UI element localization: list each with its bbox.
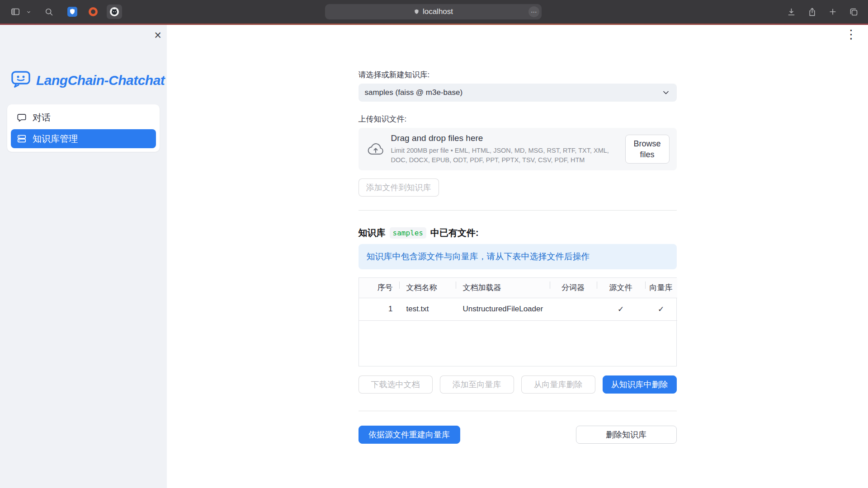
- downloads-button[interactable]: [784, 5, 798, 19]
- address-bar-url: localhost: [423, 7, 453, 16]
- sidebar-panel-icon: [10, 7, 20, 17]
- kb-select-dropdown[interactable]: samples (faiss @ m3e-base): [359, 84, 677, 102]
- sidebar-menu: 对话 知识库管理: [7, 104, 160, 152]
- blue-shield-extension-icon: [67, 7, 77, 17]
- file-dropzone[interactable]: Drag and drop files here Limit 200MB per…: [359, 128, 677, 170]
- column-header-loader: 文档加载器: [456, 278, 550, 298]
- table-header-row: 序号 文档名称 文档加载器 分词器 源文件 向量库: [359, 278, 677, 298]
- search-icon: [44, 7, 54, 17]
- sidebar-item-knowledge-base[interactable]: 知识库管理: [11, 129, 156, 148]
- column-header-source: 源文件: [597, 278, 645, 298]
- sidebar-close-button[interactable]: ×: [154, 29, 161, 42]
- ellipsis-icon: ⋯: [531, 9, 537, 15]
- search-button[interactable]: [42, 5, 56, 19]
- delete-kb-button[interactable]: 删除知识库: [576, 426, 677, 444]
- kb-files-table: 序号 文档名称 文档加载器 分词器 源文件 向量库 1 test.txt Uns: [359, 277, 677, 366]
- rebuild-vector-store-button[interactable]: 依据源文件重建向量库: [359, 426, 460, 444]
- kb-name-code: samples: [390, 227, 426, 239]
- file-actions-row: 下载选中文档 添加至向量库 从向量库删除 从知识库中删除: [359, 375, 677, 394]
- knowledge-base-icon: [17, 134, 27, 144]
- kb-actions-row: 依据源文件重建向量库 删除知识库: [359, 426, 677, 444]
- extension-button-2[interactable]: [86, 5, 100, 19]
- section-divider: [359, 411, 677, 411]
- download-selected-button[interactable]: 下载选中文档: [359, 375, 433, 394]
- chevron-down-icon: [661, 88, 670, 97]
- address-bar[interactable]: localhost ⋯: [325, 4, 542, 19]
- share-button[interactable]: [805, 5, 819, 19]
- plus-icon: [828, 7, 837, 16]
- site-privacy-shield-icon: [414, 9, 420, 15]
- chatbot-logo-icon: [11, 70, 31, 91]
- cell-index: 1: [359, 298, 399, 320]
- download-icon: [787, 7, 796, 17]
- table-empty-area: [359, 320, 677, 366]
- sidebar-item-label: 对话: [33, 112, 51, 124]
- column-header-splitter: 分词器: [550, 278, 597, 298]
- new-tab-button[interactable]: [826, 5, 840, 19]
- table-row[interactable]: 1 test.txt UnstructuredFileLoader ✓ ✓: [359, 298, 677, 320]
- github-icon: [109, 7, 119, 17]
- cell-loader: UnstructuredFileLoader: [456, 298, 550, 320]
- share-icon: [807, 7, 817, 17]
- dropzone-text: Drag and drop files here Limit 200MB per…: [391, 133, 625, 165]
- delete-from-vector-store-button[interactable]: 从向量库删除: [521, 375, 595, 394]
- column-header-vector: 向量库: [645, 278, 677, 298]
- main-content: 请选择或新建知识库: samples (faiss @ m3e-base) 上传…: [359, 25, 677, 444]
- chat-bubble-icon: [17, 113, 27, 122]
- toolbar-right-group: [784, 0, 861, 23]
- app-window: × LangChain-Chatchat 对话 知识库管理: [0, 25, 868, 488]
- kb-select-label: 请选择或新建知识库:: [359, 70, 677, 80]
- sidebar-toggle-button[interactable]: [8, 5, 23, 19]
- upload-label: 上传知识文件:: [359, 114, 677, 124]
- tab-overview-button[interactable]: [846, 5, 861, 19]
- browse-files-button[interactable]: Browse files: [625, 135, 670, 164]
- kb-files-heading-prefix: 知识库: [359, 227, 386, 239]
- browser-toolbar: localhost ⋯: [0, 0, 868, 23]
- column-header-index: 序号: [359, 278, 399, 298]
- cloud-upload-icon: [368, 143, 384, 155]
- kb-files-heading-suffix: 中已有文件:: [430, 227, 479, 239]
- add-files-to-kb-button[interactable]: 添加文件到知识库: [359, 178, 439, 197]
- dropzone-hint: Limit 200MB per file • EML, HTML, JSON, …: [391, 146, 624, 165]
- kb-select-value: samples (faiss @ m3e-base): [365, 88, 463, 97]
- app-menu-button[interactable]: ⋮: [845, 28, 857, 41]
- chevron-down-icon: [26, 9, 32, 15]
- sidebar-menu-chevron-button[interactable]: [24, 5, 33, 19]
- app-sidebar: × LangChain-Chatchat 对话 知识库管理: [0, 25, 167, 488]
- dropzone-title: Drag and drop files here: [391, 133, 625, 143]
- cell-filename: test.txt: [399, 298, 456, 320]
- sidebar-item-dialogue[interactable]: 对话: [11, 108, 156, 127]
- app-logo-text: LangChain-Chatchat: [36, 73, 165, 88]
- add-to-vector-store-button[interactable]: 添加至向量库: [440, 375, 514, 394]
- column-header-filename: 文档名称: [399, 278, 456, 298]
- extension-button-1[interactable]: [65, 5, 80, 19]
- info-banner: 知识库中包含源文件与向量库，请从下表中选择文件后操作: [359, 244, 677, 269]
- cell-vector-check: ✓: [645, 298, 677, 320]
- extension-button-github[interactable]: [107, 5, 122, 19]
- orange-ring-extension-icon: [88, 7, 98, 17]
- close-icon: ×: [154, 28, 161, 42]
- tabs-icon: [849, 7, 859, 17]
- delete-from-kb-button[interactable]: 从知识库中删除: [603, 375, 677, 394]
- kb-files-heading: 知识库 samples 中已有文件:: [359, 227, 677, 239]
- cell-splitter: [550, 298, 597, 320]
- cell-source-check: ✓: [597, 298, 645, 320]
- app-logo: LangChain-Chatchat: [11, 70, 167, 91]
- section-divider: [359, 210, 677, 211]
- page-settings-button[interactable]: ⋯: [528, 6, 539, 17]
- kebab-menu-icon: ⋮: [845, 28, 857, 41]
- sidebar-item-label: 知识库管理: [33, 133, 78, 145]
- main-panel: ⋮ 请选择或新建知识库: samples (faiss @ m3e-base) …: [167, 25, 868, 488]
- toolbar-left-group: [0, 5, 122, 19]
